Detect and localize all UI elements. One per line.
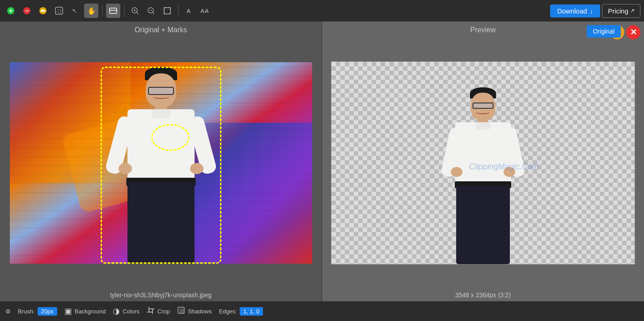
top-toolbar: + − ✏ ◻ ↖ ✋ A AA Download ↓ Pricing ↗ [0, 0, 644, 21]
preview-container: ClippingMagic.Com [331, 38, 635, 288]
preview-turtleneck [476, 122, 490, 129]
preview-right-hand [504, 167, 515, 177]
edges-value[interactable]: 1, 1, 0 [240, 307, 263, 316]
background-icon: ▣ [64, 306, 72, 316]
add-tool-button[interactable]: + [4, 4, 18, 18]
shadows-item[interactable]: Shadows [177, 306, 212, 316]
left-panel: Original + Marks [0, 21, 322, 301]
brush-value[interactable]: 20px [38, 307, 57, 316]
hand-tool-button[interactable]: ✋ [84, 4, 98, 18]
zoom-out-button[interactable] [144, 4, 158, 18]
edges-item: Edges: 1, 1, 0 [219, 307, 263, 316]
background-item[interactable]: ▣ Background [64, 306, 106, 316]
canvas-area[interactable] [0, 38, 322, 288]
svg-text:+: + [9, 7, 13, 14]
svg-rect-27 [179, 308, 184, 313]
crop-icon [147, 306, 155, 316]
right-panel-title: Preview [470, 21, 496, 38]
svg-line-15 [136, 12, 138, 14]
svg-text:A: A [186, 8, 191, 14]
fit-button[interactable] [160, 4, 174, 18]
colors-item[interactable]: ◑ Colors [113, 306, 140, 316]
shadows-icon [177, 306, 185, 316]
pricing-label: Pricing [608, 7, 628, 15]
mark-tool-button[interactable]: ✏ [36, 4, 50, 18]
close-button[interactable]: ✕ [626, 25, 640, 39]
svg-text:✏: ✏ [41, 8, 46, 14]
svg-text:✋: ✋ [87, 7, 96, 15]
original-toggle-button[interactable]: Original [587, 25, 621, 38]
brush-label: Brush: [18, 308, 35, 315]
download-label: Download [557, 7, 587, 15]
toolbar-separator-2 [124, 4, 124, 17]
download-button[interactable]: Download ↓ [550, 4, 600, 17]
preview-sweater [455, 122, 511, 184]
right-panel: Preview ? ✕ Original [322, 21, 644, 301]
settings-item[interactable]: ⚙ [5, 308, 11, 315]
dimensions-label: 3548 x 2364px (3:2) [455, 288, 511, 301]
colors-icon: ◑ [113, 306, 120, 316]
original-image [10, 62, 312, 264]
shadows-label: Shadows [188, 308, 212, 315]
crop-label: Crop [157, 308, 170, 315]
settings-icon: ⚙ [5, 308, 11, 315]
preview-head [471, 93, 496, 120]
filename-label: tyler-nix-sh3LSNbyj7k-unsplash.jpeg [110, 288, 212, 301]
preview-left-hand [451, 167, 462, 177]
preview-person [443, 87, 523, 264]
svg-text:↖: ↖ [72, 7, 77, 14]
svg-rect-23 [147, 312, 153, 312]
toolbar-separator-3 [178, 4, 178, 17]
svg-rect-19 [164, 8, 170, 14]
svg-line-18 [153, 12, 154, 14]
crop-item[interactable]: Crop [147, 306, 170, 316]
pricing-icon: ↗ [630, 8, 635, 14]
original-image-container[interactable] [10, 62, 312, 264]
svg-text:AA: AA [200, 8, 209, 14]
colors-label: Colors [123, 308, 140, 315]
preview-glasses [473, 103, 494, 109]
remove-tool-button[interactable]: − [20, 4, 34, 18]
text-small-button[interactable]: A [182, 4, 196, 18]
selection-outline [101, 67, 221, 264]
panel-toggle-button[interactable] [106, 4, 120, 18]
preview-jeans [456, 186, 510, 264]
eraser-tool-button[interactable]: ◻ [52, 4, 66, 18]
bottom-toolbar: ⚙ Brush: 20px ▣ Background ◑ Colors Crop… [0, 301, 644, 321]
brush-item: Brush: 20px [18, 307, 57, 316]
edges-label: Edges: [219, 308, 237, 315]
main-content: Original + Marks [0, 21, 644, 301]
svg-rect-10 [110, 8, 117, 13]
text-large-button[interactable]: AA [198, 4, 212, 18]
svg-rect-25 [149, 308, 154, 309]
download-icon: ↓ [590, 7, 593, 15]
left-panel-title: Original + Marks [135, 21, 187, 38]
pricing-button[interactable]: Pricing ↗ [602, 4, 640, 18]
background-label: Background [75, 308, 106, 315]
toolbar-separator-1 [102, 4, 102, 17]
preview-mouth [476, 111, 490, 114]
svg-text:◻: ◻ [57, 8, 61, 13]
svg-text:−: − [25, 7, 29, 14]
zoom-in-button[interactable] [128, 4, 142, 18]
cursor-tool-button[interactable]: ↖ [68, 4, 82, 18]
preview-image-box: ClippingMagic.Com [331, 61, 635, 265]
